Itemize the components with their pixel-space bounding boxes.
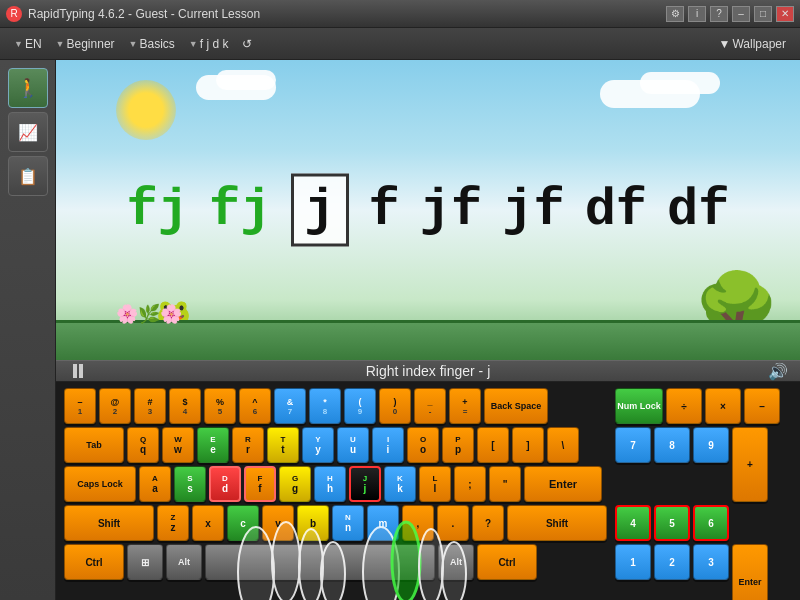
key-b[interactable]: b	[297, 505, 329, 541]
key-v[interactable]: v	[262, 505, 294, 541]
key-comma[interactable]: ,	[402, 505, 434, 541]
sidebar-item-stats[interactable]: 📈	[8, 112, 48, 152]
key-tab[interactable]: Tab	[64, 427, 124, 463]
key-period[interactable]: .	[437, 505, 469, 541]
maximize-button[interactable]: □	[754, 6, 772, 22]
key-numdiv[interactable]: ÷	[666, 388, 702, 424]
minimize-button[interactable]: –	[732, 6, 750, 22]
key-r[interactable]: Rr	[232, 427, 264, 463]
key-g[interactable]: Gg	[279, 466, 311, 502]
key-asterisk[interactable]: *8	[309, 388, 341, 424]
key-num7[interactable]: 7	[615, 427, 651, 463]
key-rshift[interactable]: Shift	[507, 505, 607, 541]
key-d[interactable]: Dd	[209, 466, 241, 502]
settings-icon[interactable]: ⚙	[666, 6, 684, 22]
key-rparen[interactable]: )0	[379, 388, 411, 424]
key-o[interactable]: Oo	[407, 427, 439, 463]
close-button[interactable]: ✕	[776, 6, 794, 22]
key-backslash[interactable]: \	[547, 427, 579, 463]
char-fj-2: fj	[209, 181, 271, 240]
volume-icon[interactable]: 🔊	[768, 362, 788, 381]
key-space[interactable]	[205, 544, 435, 580]
keys-selector[interactable]: ▼ f j d k	[183, 35, 235, 53]
key-lshift[interactable]: Shift	[64, 505, 154, 541]
key-lparen[interactable]: (9	[344, 388, 376, 424]
key-numadd[interactable]: +	[732, 427, 768, 502]
key-backspace[interactable]: Back Space	[484, 388, 548, 424]
key-w[interactable]: Ww	[162, 427, 194, 463]
key-lctrl[interactable]: Ctrl	[64, 544, 124, 580]
number-row: –1 @2 #3 $4 %5 ^6 &7 *8 (9 )0 _- += Back…	[64, 388, 607, 424]
key-t[interactable]: Tt	[267, 427, 299, 463]
zxcv-row: Shift Zz x c v b Nn m , . ? Shift	[64, 505, 607, 541]
key-j[interactable]: Jj	[349, 466, 381, 502]
key-y[interactable]: Yy	[302, 427, 334, 463]
key-plus[interactable]: +=	[449, 388, 481, 424]
key-num6[interactable]: 6	[693, 505, 729, 541]
language-selector[interactable]: ▼ EN	[8, 35, 48, 53]
key-ralt[interactable]: Alt	[438, 544, 474, 580]
key-numsub[interactable]: –	[744, 388, 780, 424]
key-at[interactable]: @2	[99, 388, 131, 424]
key-f[interactable]: Ff	[244, 466, 276, 502]
key-m[interactable]: m	[367, 505, 399, 541]
key-n[interactable]: Nn	[332, 505, 364, 541]
key-dollar[interactable]: $4	[169, 388, 201, 424]
key-c[interactable]: c	[227, 505, 259, 541]
wallpaper-button[interactable]: ▼ Wallpaper	[713, 35, 792, 53]
sidebar-item-typing[interactable]: 🚶	[8, 68, 48, 108]
key-quote[interactable]: "	[489, 466, 521, 502]
key-nummul[interactable]: ×	[705, 388, 741, 424]
key-numlock[interactable]: Num Lock	[615, 388, 663, 424]
lesson-selector[interactable]: ▼ Basics	[123, 35, 181, 53]
key-x[interactable]: x	[192, 505, 224, 541]
key-num5[interactable]: 5	[654, 505, 690, 541]
key-z[interactable]: Zz	[157, 505, 189, 541]
key-numenter[interactable]: Enter	[732, 544, 768, 600]
key-num1[interactable]: 1	[615, 544, 651, 580]
key-num2[interactable]: 2	[654, 544, 690, 580]
key-num9[interactable]: 9	[693, 427, 729, 463]
key-rctrl[interactable]: Ctrl	[477, 544, 537, 580]
key-semicolon[interactable]: ;	[454, 466, 486, 502]
key-a[interactable]: Aa	[139, 466, 171, 502]
key-percent[interactable]: %5	[204, 388, 236, 424]
key-underscore[interactable]: _-	[414, 388, 446, 424]
char-jf-2: jf	[502, 181, 564, 240]
typing-icon: 🚶	[17, 77, 39, 99]
key-slash[interactable]: ?	[472, 505, 504, 541]
key-enter[interactable]: Enter	[524, 466, 602, 502]
key-lalt[interactable]: Alt	[166, 544, 202, 580]
key-num4[interactable]: 4	[615, 505, 651, 541]
key-num3[interactable]: 3	[693, 544, 729, 580]
key-ampersand[interactable]: &7	[274, 388, 306, 424]
key-lbracket[interactable]: [	[477, 427, 509, 463]
info-icon[interactable]: i	[688, 6, 706, 22]
help-icon[interactable]: ?	[710, 6, 728, 22]
key-u[interactable]: Uu	[337, 427, 369, 463]
key-lwin[interactable]: ⊞	[127, 544, 163, 580]
key-i[interactable]: Ii	[372, 427, 404, 463]
pause-button[interactable]	[68, 361, 88, 381]
qwerty-row: Tab Qq Ww Ee Rr Tt Yy Uu Ii Oo Pp [ ] \	[64, 427, 607, 463]
key-s[interactable]: Ss	[174, 466, 206, 502]
refresh-button[interactable]: ↺	[236, 35, 258, 53]
toolbar: ▼ EN ▼ Beginner ▼ Basics ▼ f j d k ↺ ▼ W…	[0, 28, 800, 60]
key-e[interactable]: Ee	[197, 427, 229, 463]
level-selector[interactable]: ▼ Beginner	[50, 35, 121, 53]
app-icon: R	[6, 6, 22, 22]
key-l[interactable]: Ll	[419, 466, 451, 502]
key-caret[interactable]: ^6	[239, 388, 271, 424]
key-minus[interactable]: –1	[64, 388, 96, 424]
key-k[interactable]: Kk	[384, 466, 416, 502]
key-h[interactable]: Hh	[314, 466, 346, 502]
key-rbracket[interactable]: ]	[512, 427, 544, 463]
sidebar-item-lessons[interactable]: 📋	[8, 156, 48, 196]
key-capslock[interactable]: Caps Lock	[64, 466, 136, 502]
key-num8[interactable]: 8	[654, 427, 690, 463]
char-df-2: df	[667, 181, 729, 240]
key-p[interactable]: Pp	[442, 427, 474, 463]
key-q[interactable]: Qq	[127, 427, 159, 463]
keyboard: –1 @2 #3 $4 %5 ^6 &7 *8 (9 )0 _- += Back…	[64, 388, 607, 600]
key-hash[interactable]: #3	[134, 388, 166, 424]
